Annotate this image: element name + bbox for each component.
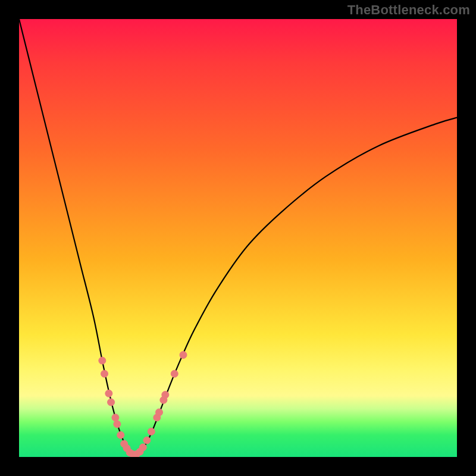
curve-dot <box>139 444 146 451</box>
curve-dot <box>143 437 151 444</box>
curve-dot <box>162 391 169 398</box>
bottleneck-curve <box>19 19 457 455</box>
curve-dot <box>105 390 112 397</box>
curve-dot <box>108 399 115 406</box>
curve-dot <box>101 370 108 377</box>
curve-dot <box>112 414 119 421</box>
watermark-text: TheBottleneck.com <box>347 2 470 18</box>
dot-layer <box>99 352 187 457</box>
curve-dot <box>148 428 155 435</box>
curve-dot <box>114 421 121 428</box>
curve-dot <box>180 352 187 359</box>
curve-dot <box>171 370 178 377</box>
curve-dot <box>117 431 124 439</box>
curve-svg <box>19 19 457 457</box>
curve-dot <box>99 357 106 364</box>
plot-area <box>19 19 457 457</box>
chart-frame: TheBottleneck.com <box>0 0 476 476</box>
curve-dot <box>156 409 163 416</box>
